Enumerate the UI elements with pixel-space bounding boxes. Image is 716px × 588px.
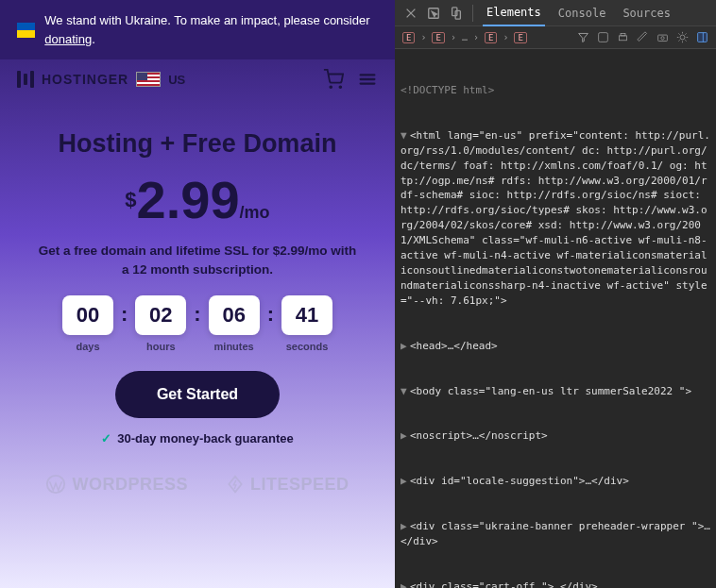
close-icon[interactable]: [404, 7, 418, 20]
brush-icon[interactable]: [637, 31, 649, 43]
locale-code: US: [168, 73, 185, 87]
brand[interactable]: HOSTINGER US: [17, 71, 185, 88]
countdown-unit-seconds: 41 seconds: [281, 295, 332, 352]
menu-button[interactable]: [357, 69, 378, 90]
countdown: 00 days : 02 hours : 06 minutes : 41 sec…: [62, 295, 332, 352]
layout-icon[interactable]: [696, 31, 708, 43]
inspect-icon[interactable]: [427, 7, 440, 20]
svg-rect-7: [452, 7, 457, 15]
us-flag-icon: [136, 72, 161, 87]
litespeed-icon: [226, 475, 245, 494]
devtools-toolbar: Elements Console Sources: [395, 0, 716, 26]
banner-text: We stand with Ukraine. To make an impact…: [44, 11, 378, 48]
wordpress-logo: WORDPRESS: [45, 474, 188, 495]
devtools-breadcrumb-bar: E›E›…›E›E: [395, 26, 716, 49]
filter-icon[interactable]: [577, 31, 589, 43]
svg-rect-12: [658, 35, 668, 42]
litespeed-logo: LITESPEED: [226, 475, 349, 495]
get-started-button[interactable]: Get Started: [115, 371, 280, 418]
countdown-unit-minutes: 06 minutes: [209, 295, 260, 352]
guarantee-text: ✓ 30-day money-back guarantee: [101, 431, 293, 445]
settings-icon[interactable]: [676, 31, 689, 43]
hover-icon[interactable]: [597, 31, 609, 43]
svg-rect-10: [619, 36, 626, 41]
check-icon: ✓: [101, 431, 111, 445]
cart-button[interactable]: [323, 69, 344, 90]
svg-point-13: [661, 37, 664, 40]
hero-title: Hosting + Free Domain: [59, 129, 337, 159]
devtools-panel: Elements Console Sources E›E›…›E›E <!DOC…: [395, 0, 716, 588]
hero-section: Hosting + Free Domain $ 2.99 /mo Get a f…: [0, 99, 395, 588]
donate-link[interactable]: donating: [44, 32, 92, 46]
ukraine-flag-icon: [17, 23, 35, 38]
site-header: HOSTINGER US: [0, 59, 395, 99]
dom-breadcrumb[interactable]: E›E›…›E›E: [402, 32, 527, 43]
hostinger-logo-icon: [17, 71, 34, 88]
svg-point-1: [339, 86, 341, 88]
device-icon[interactable]: [450, 7, 463, 20]
website-viewport: We stand with Ukraine. To make an impact…: [0, 0, 395, 588]
screenshot-icon[interactable]: [656, 31, 669, 43]
svg-rect-11: [621, 33, 625, 35]
hero-subtitle: Get a free domain and lifetime SSL for $…: [37, 242, 358, 278]
dom-tree[interactable]: <!DOCTYPE html> ▼<html lang="en-us" pref…: [395, 49, 716, 588]
wordpress-icon: [45, 474, 66, 495]
price: $ 2.99 /mo: [125, 174, 269, 227]
print-icon[interactable]: [617, 31, 629, 43]
svg-point-0: [330, 86, 332, 88]
ukraine-banner: We stand with Ukraine. To make an impact…: [0, 0, 395, 59]
hamburger-icon: [357, 69, 378, 90]
cart-icon: [323, 69, 344, 90]
svg-rect-8: [455, 10, 460, 19]
tab-sources[interactable]: Sources: [619, 1, 674, 25]
tab-elements[interactable]: Elements: [483, 0, 545, 26]
svg-rect-15: [698, 33, 707, 42]
svg-rect-9: [599, 33, 608, 42]
partner-logos: WORDPRESS LITESPEED: [17, 445, 377, 495]
svg-point-14: [680, 35, 685, 40]
countdown-unit-hours: 02 hours: [135, 295, 186, 352]
tab-console[interactable]: Console: [554, 1, 610, 25]
countdown-unit-days: 00 days: [62, 295, 113, 352]
brand-name: HOSTINGER: [42, 72, 128, 87]
